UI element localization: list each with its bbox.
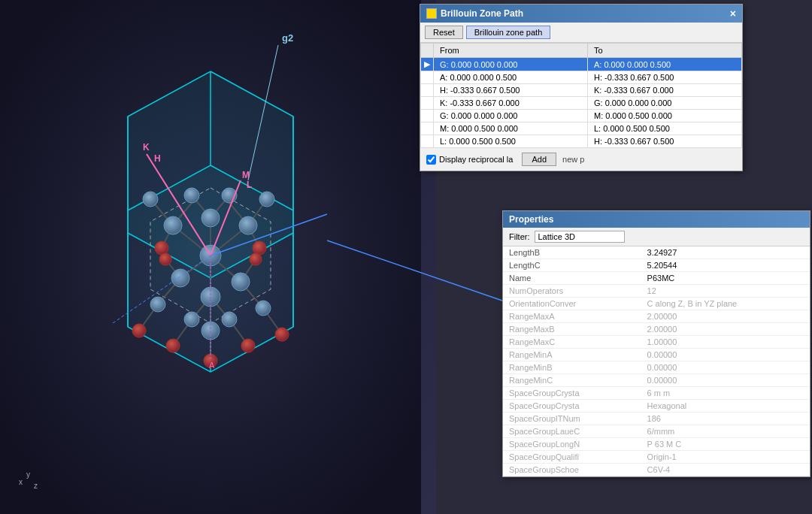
list-item: RangeMaxB 2.00000: [503, 323, 810, 336]
table-row[interactable]: ▶ G: 0.000 0.000 0.000 A: 0.000 0.000 0.…: [421, 58, 742, 71]
table-row[interactable]: A: 0.000 0.000 0.500 H: -0.333 0.667 0.5…: [421, 71, 742, 84]
prop-key: RangeMinC: [503, 374, 641, 387]
prop-key: OrientationConver: [503, 298, 641, 310]
prop-value: Hexagonal: [641, 400, 810, 413]
row-arrow: ▶: [421, 58, 434, 71]
to-cell: H: -0.333 0.667 0.500: [588, 71, 742, 84]
svg-point-54: [159, 253, 171, 265]
close-button[interactable]: ×: [730, 8, 736, 20]
properties-titlebar: Properties: [503, 211, 810, 228]
svg-text:M: M: [242, 170, 250, 180]
list-item: SpaceGroupCrysta 6 m m: [503, 387, 810, 400]
table-row[interactable]: G: 0.000 0.000 0.000 M: 0.000 0.500 0.00…: [421, 110, 742, 122]
prop-key: RangeMaxB: [503, 323, 641, 336]
prop-value: 5.20544: [641, 259, 810, 272]
list-item: RangeMaxA 2.00000: [503, 310, 810, 323]
to-cell: H: -0.333 0.667 0.500: [588, 135, 742, 148]
table-row[interactable]: H: -0.333 0.667 0.500 K: -0.333 0.667 0.…: [421, 84, 742, 97]
list-item: SpaceGroupCrysta Hexagonal: [503, 400, 810, 413]
prop-key: SpaceGroupCrysta: [503, 387, 641, 400]
table-row[interactable]: K: -0.333 0.667 0.000 G: 0.000 0.000 0.0…: [421, 97, 742, 110]
prop-key: Name: [503, 272, 641, 285]
list-item: Name P63MC: [503, 272, 810, 285]
list-item: SpaceGroupLongN P 63 M C: [503, 438, 810, 451]
brillouin-zone-window: Brillouin Zone Path × Reset Brillouin zo…: [420, 4, 743, 171]
prop-value: 1.00000: [641, 336, 810, 349]
to-cell: A: 0.000 0.000 0.500: [588, 58, 742, 71]
crystal-svg: g2 K H M L A x y z: [0, 0, 421, 514]
svg-point-58: [166, 339, 180, 352]
prop-value: Origin-1: [641, 451, 810, 464]
prop-value: P 63 M C: [641, 438, 810, 451]
bz-table: From To ▶ G: 0.000 0.000 0.000 A: 0.000 …: [420, 43, 742, 148]
svg-text:g2: g2: [282, 32, 293, 44]
svg-point-41: [232, 273, 250, 291]
list-item: RangeMinB 0.00000: [503, 361, 810, 374]
list-item: RangeMinA 0.00000: [503, 349, 810, 361]
row-arrow: [421, 84, 434, 97]
from-cell: A: 0.000 0.000 0.500: [434, 71, 588, 84]
properties-window: Properties Filter: LengthB 3.24927 Lengt…: [502, 210, 810, 477]
list-item: NumOperators 12: [503, 285, 810, 298]
arrow-col-header: [421, 44, 434, 58]
list-item: SpaceGroupITNum 186: [503, 413, 810, 425]
svg-point-37: [164, 216, 182, 234]
3d-viewport[interactable]: g2 K H M L A x y z: [0, 0, 436, 514]
row-arrow: [421, 97, 434, 110]
prop-value: C6V-4: [641, 464, 810, 476]
prop-value: P63MC: [641, 272, 810, 285]
prop-value: 2.00000: [641, 310, 810, 323]
to-cell: G: 0.000 0.000 0.000: [588, 97, 742, 110]
table-row[interactable]: M: 0.000 0.500 0.000 L: 0.000 0.500 0.50…: [421, 122, 742, 135]
from-cell: G: 0.000 0.000 0.000: [434, 58, 588, 71]
properties-filter: Filter:: [503, 228, 810, 246]
svg-point-51: [256, 301, 271, 316]
display-reciprocal-label: Display reciprocal la: [426, 155, 513, 165]
add-button[interactable]: Add: [522, 153, 556, 166]
from-column-header: From: [434, 44, 588, 58]
prop-value: 3.24927: [641, 246, 810, 259]
zone-path-button[interactable]: Brillouin zone path: [466, 26, 551, 39]
list-item: SpaceGroupSchoe C6V-4: [503, 464, 810, 476]
prop-key: SpaceGroupITNum: [503, 413, 641, 425]
prop-key: NumOperators: [503, 285, 641, 298]
list-item: RangeMaxC 1.00000: [503, 336, 810, 349]
prop-key: SpaceGroupLongN: [503, 438, 641, 451]
table-row[interactable]: L: 0.000 0.500 0.500 H: -0.333 0.667 0.5…: [421, 135, 742, 148]
svg-text:H: H: [154, 153, 161, 164]
svg-point-53: [253, 241, 266, 255]
prop-key: RangeMinB: [503, 361, 641, 374]
reset-button[interactable]: Reset: [425, 26, 463, 39]
svg-point-55: [250, 253, 262, 265]
prop-value: 6 m m: [641, 387, 810, 400]
prop-value: 186: [641, 413, 810, 425]
filter-input[interactable]: [535, 231, 625, 243]
prop-value: 2.00000: [641, 323, 810, 336]
to-cell: L: 0.000 0.500 0.500: [588, 122, 742, 135]
svg-point-43: [143, 192, 158, 207]
svg-point-59: [241, 339, 255, 352]
list-item: SpaceGroupLaueC 6/mmm: [503, 425, 810, 438]
prop-value: 12: [641, 285, 810, 298]
prop-key: LengthB: [503, 246, 641, 259]
prop-key: SpaceGroupCrysta: [503, 400, 641, 413]
prop-key: RangeMaxC: [503, 336, 641, 349]
display-reciprocal-text: Display reciprocal la: [439, 155, 513, 164]
svg-point-38: [239, 216, 257, 234]
svg-text:x: x: [19, 478, 23, 486]
svg-point-52: [155, 241, 168, 255]
list-item: LengthB 3.24927: [503, 246, 810, 259]
svg-text:A: A: [209, 361, 215, 370]
svg-point-48: [184, 312, 199, 327]
prop-key: RangeMinA: [503, 349, 641, 361]
to-column-header: To: [588, 44, 742, 58]
to-cell: K: -0.333 0.667 0.000: [588, 84, 742, 97]
display-reciprocal-checkbox[interactable]: [426, 155, 436, 165]
brillouin-toolbar: Reset Brillouin zone path: [420, 23, 742, 43]
svg-point-56: [132, 324, 146, 337]
row-arrow: [421, 110, 434, 122]
prop-key: RangeMaxA: [503, 310, 641, 323]
prop-value: 0.00000: [641, 374, 810, 387]
properties-table: LengthB 3.24927 LengthC 5.20544 Name P63…: [503, 246, 810, 476]
list-item: OrientationConver C along Z, B in YZ pla…: [503, 298, 810, 310]
